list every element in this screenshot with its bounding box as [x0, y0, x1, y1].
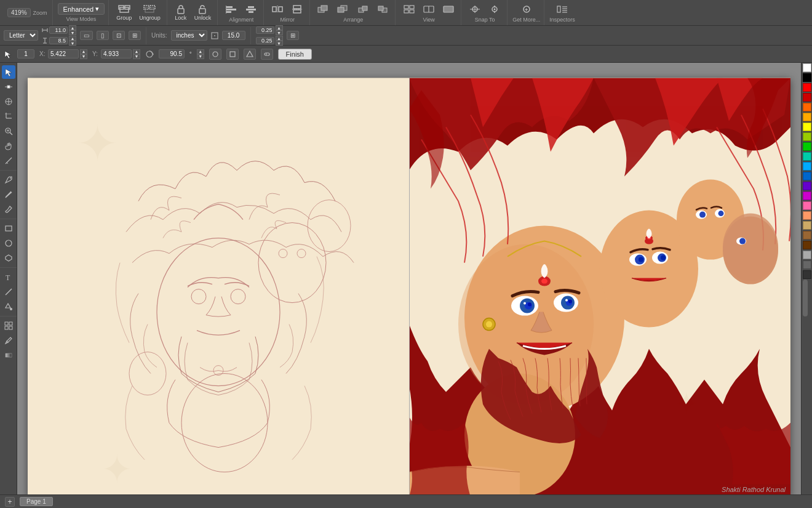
line-tool-button[interactable]	[2, 285, 15, 299]
x-up-arrow[interactable]: ▲	[80, 49, 87, 54]
y-down-arrow[interactable]: ▼	[133, 54, 140, 59]
color-swatch-16[interactable]	[803, 221, 811, 230]
snap-button[interactable]	[466, 3, 484, 15]
align-left-button[interactable]	[223, 3, 240, 15]
transform-tool-button[interactable]	[2, 95, 15, 108]
color-swatch-6[interactable]	[803, 123, 811, 131]
measure-tool-button[interactable]	[2, 154, 15, 167]
pencil-tool-button[interactable]	[2, 188, 15, 201]
arrange-down-button[interactable]	[374, 3, 391, 15]
ungroup-button[interactable]: Ungroup	[137, 3, 163, 22]
snap-y-down[interactable]: ▼	[276, 41, 283, 46]
rect-tool-button[interactable]	[2, 222, 15, 235]
zoom-button[interactable]: 419%	[7, 8, 31, 17]
color-swatch-19[interactable]	[803, 251, 811, 259]
color-swatch-11[interactable]	[803, 172, 811, 180]
align-center-button[interactable]	[242, 3, 260, 15]
snap-y-up[interactable]: ▲	[276, 36, 283, 41]
hand-tool-button[interactable]	[2, 139, 15, 153]
view-2-button[interactable]	[420, 3, 437, 15]
snap-y-input[interactable]	[256, 37, 274, 44]
pen-tool-button[interactable]	[2, 173, 15, 187]
color-swatch-14[interactable]	[803, 201, 811, 210]
width-up-arrow[interactable]: ▲	[69, 25, 76, 30]
color-swatch-4[interactable]	[803, 103, 811, 111]
mirror-h-button[interactable]	[269, 3, 286, 15]
units-select[interactable]: inches	[171, 30, 207, 41]
color-swatch-5[interactable]	[803, 113, 811, 121]
convert-node-button[interactable]	[244, 49, 256, 60]
color-swatch-10[interactable]	[803, 162, 811, 171]
mirror-v-button[interactable]	[289, 3, 306, 15]
brush-tool-button[interactable]	[2, 203, 15, 216]
rotation-input[interactable]	[159, 49, 185, 58]
x-down-arrow[interactable]: ▼	[80, 54, 87, 59]
rotation-up-arrow[interactable]: ▲	[197, 49, 204, 54]
dpi-button[interactable]: ⊡	[113, 31, 125, 40]
grid-button[interactable]: ⊞	[287, 31, 299, 40]
node-count-input[interactable]	[17, 49, 34, 58]
text-tool-button[interactable]: T	[2, 270, 15, 284]
landscape-button[interactable]: ▯	[97, 31, 109, 40]
sharp-node-button[interactable]	[226, 49, 239, 60]
color-swatch-9[interactable]	[803, 152, 811, 161]
crop-tool-button[interactable]	[2, 110, 15, 123]
lock-button[interactable]: Lock	[172, 3, 189, 22]
arrange-front-button[interactable]	[315, 3, 332, 15]
color-swatch-1[interactable]	[803, 73, 811, 82]
color-swatch-3[interactable]	[803, 93, 811, 102]
color-swatch-2[interactable]	[803, 83, 811, 92]
margins-button[interactable]: ⊞	[129, 31, 141, 40]
canvas-area[interactable]: ✦ ✦ ✦ ✦	[17, 63, 801, 494]
width-input[interactable]	[49, 26, 68, 34]
snap-options-button[interactable]	[486, 3, 503, 15]
snap-x-input[interactable]	[256, 26, 274, 34]
grid-tool-button[interactable]	[2, 319, 15, 333]
color-swatch-21[interactable]	[803, 270, 811, 279]
get-more-button[interactable]: +	[518, 3, 535, 15]
group-button[interactable]: Group	[114, 3, 134, 22]
page-1-tab[interactable]: Page 1	[20, 497, 53, 506]
zoom-tool-button[interactable]	[2, 124, 15, 138]
arrange-back-button[interactable]	[335, 3, 352, 15]
inspectors-button[interactable]	[554, 3, 571, 15]
node-tool-button[interactable]	[2, 80, 15, 94]
color-swatch-15[interactable]	[803, 211, 811, 220]
color-swatch-18[interactable]	[803, 241, 811, 249]
color-swatch-13[interactable]	[803, 192, 811, 200]
polygon-tool-button[interactable]	[2, 251, 15, 265]
scroll-thumb[interactable]	[803, 280, 808, 316]
height-up-arrow[interactable]: ▲	[69, 36, 76, 41]
smooth-node-button[interactable]	[209, 49, 221, 60]
snap-x-up[interactable]: ▲	[276, 25, 283, 30]
width-down-arrow[interactable]: ▼	[69, 30, 76, 35]
color-swatch-17[interactable]	[803, 231, 811, 240]
select-tool-button[interactable]	[2, 65, 15, 79]
fill-tool-button[interactable]	[2, 300, 15, 313]
dimension-input[interactable]	[222, 31, 245, 40]
add-node-button[interactable]	[261, 49, 273, 60]
view-1-button[interactable]	[400, 3, 418, 15]
height-down-arrow[interactable]: ▼	[69, 41, 76, 46]
add-page-button[interactable]: +	[5, 497, 15, 507]
color-swatch-8[interactable]	[803, 142, 811, 151]
portrait-button[interactable]: ▭	[80, 31, 93, 40]
height-input[interactable]	[49, 37, 68, 44]
color-swatch-20[interactable]	[803, 260, 811, 269]
eyedropper-button[interactable]	[2, 334, 15, 347]
snap-x-down[interactable]: ▼	[276, 30, 283, 35]
color-swatch-12[interactable]	[803, 182, 811, 190]
ellipse-tool-button[interactable]	[2, 236, 15, 250]
x-coord-input[interactable]	[48, 49, 79, 58]
arrange-up-button[interactable]	[354, 3, 372, 15]
font-type-select[interactable]: Letter	[4, 30, 38, 41]
finish-button[interactable]: Finish	[278, 49, 312, 60]
view-3-button[interactable]	[440, 3, 457, 15]
y-up-arrow[interactable]: ▲	[133, 49, 140, 54]
unlock-button[interactable]: Unlock	[192, 3, 214, 22]
color-swatch-0[interactable]	[803, 63, 811, 72]
color-swatch-7[interactable]	[803, 132, 811, 141]
enhanced-button[interactable]: Enhanced ▾	[58, 3, 105, 15]
rotation-down-arrow[interactable]: ▼	[197, 54, 204, 59]
gradient-tool-button[interactable]	[2, 349, 15, 362]
